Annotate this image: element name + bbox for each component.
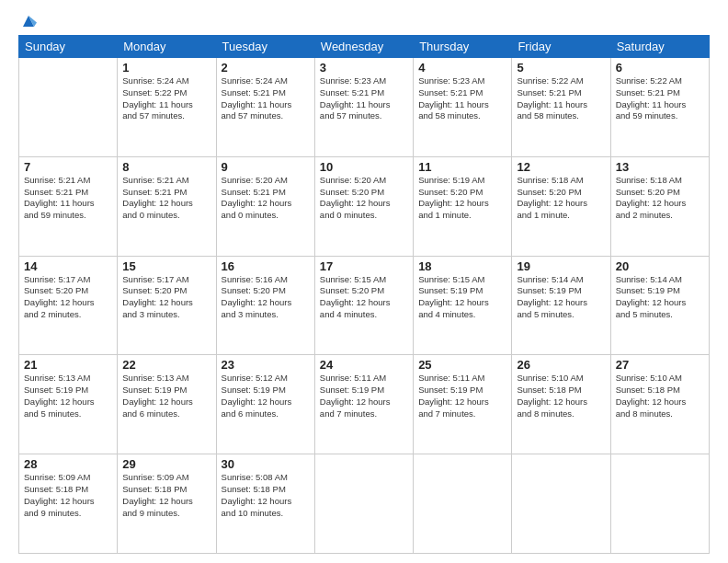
day-number: 9 <box>222 160 310 174</box>
day-number: 19 <box>517 259 605 273</box>
calendar-day-cell <box>610 454 709 554</box>
day-info: Sunrise: 5:20 AMSunset: 5:21 PMDaylight:… <box>222 175 310 222</box>
calendar-day-cell: 16Sunrise: 5:16 AMSunset: 5:20 PMDayligh… <box>216 256 314 355</box>
day-number: 21 <box>24 358 112 372</box>
calendar-day-cell: 11Sunrise: 5:19 AMSunset: 5:20 PMDayligh… <box>414 156 512 256</box>
day-info: Sunrise: 5:21 AMSunset: 5:21 PMDaylight:… <box>24 175 112 222</box>
calendar-day-cell: 22Sunrise: 5:13 AMSunset: 5:19 PMDayligh… <box>118 355 216 454</box>
day-number: 12 <box>517 160 605 174</box>
calendar-day-cell: 18Sunrise: 5:15 AMSunset: 5:19 PMDayligh… <box>414 256 512 355</box>
day-number: 28 <box>24 457 112 471</box>
day-info: Sunrise: 5:09 AMSunset: 5:18 PMDaylight:… <box>122 472 210 519</box>
calendar-week-row: 1Sunrise: 5:24 AMSunset: 5:22 PMDaylight… <box>19 58 710 157</box>
calendar-day-cell <box>314 454 413 554</box>
day-info: Sunrise: 5:19 AMSunset: 5:20 PMDaylight:… <box>418 175 506 222</box>
calendar-day-cell: 26Sunrise: 5:10 AMSunset: 5:18 PMDayligh… <box>512 355 610 454</box>
day-number: 20 <box>616 259 704 273</box>
day-number: 16 <box>222 259 310 273</box>
calendar-day-cell: 29Sunrise: 5:09 AMSunset: 5:18 PMDayligh… <box>118 454 216 554</box>
calendar-day-cell: 24Sunrise: 5:11 AMSunset: 5:19 PMDayligh… <box>314 355 413 454</box>
calendar-day-cell: 12Sunrise: 5:18 AMSunset: 5:20 PMDayligh… <box>512 156 610 256</box>
day-number: 4 <box>418 61 506 75</box>
day-info: Sunrise: 5:24 AMSunset: 5:22 PMDaylight:… <box>122 75 210 122</box>
calendar-day-cell: 30Sunrise: 5:08 AMSunset: 5:18 PMDayligh… <box>216 454 314 554</box>
calendar-week-row: 7Sunrise: 5:21 AMSunset: 5:21 PMDaylight… <box>19 156 710 256</box>
weekday-header-sunday: Sunday <box>19 36 118 58</box>
day-info: Sunrise: 5:14 AMSunset: 5:19 PMDaylight:… <box>517 274 605 321</box>
day-number: 10 <box>320 160 408 174</box>
day-number: 7 <box>24 160 112 174</box>
day-number: 14 <box>24 259 112 273</box>
page: SundayMondayTuesdayWednesdayThursdayFrid… <box>0 0 728 563</box>
day-info: Sunrise: 5:11 AMSunset: 5:19 PMDaylight:… <box>320 373 408 419</box>
calendar-day-cell <box>512 454 610 554</box>
calendar-week-row: 28Sunrise: 5:09 AMSunset: 5:18 PMDayligh… <box>19 454 710 554</box>
weekday-header-wednesday: Wednesday <box>314 36 413 58</box>
day-info: Sunrise: 5:15 AMSunset: 5:19 PMDaylight:… <box>418 274 506 321</box>
calendar-day-cell: 28Sunrise: 5:09 AMSunset: 5:18 PMDayligh… <box>19 454 118 554</box>
logo <box>18 15 37 28</box>
day-info: Sunrise: 5:13 AMSunset: 5:19 PMDaylight:… <box>24 373 112 419</box>
day-number: 2 <box>222 61 310 75</box>
day-info: Sunrise: 5:23 AMSunset: 5:21 PMDaylight:… <box>418 75 506 122</box>
calendar-day-cell: 8Sunrise: 5:21 AMSunset: 5:21 PMDaylight… <box>118 156 216 256</box>
day-number: 23 <box>222 358 310 372</box>
header <box>18 15 710 28</box>
day-number: 6 <box>616 61 704 75</box>
calendar-day-cell: 21Sunrise: 5:13 AMSunset: 5:19 PMDayligh… <box>19 355 118 454</box>
calendar-week-row: 14Sunrise: 5:17 AMSunset: 5:20 PMDayligh… <box>19 256 710 355</box>
calendar-day-cell: 19Sunrise: 5:14 AMSunset: 5:19 PMDayligh… <box>512 256 610 355</box>
day-info: Sunrise: 5:22 AMSunset: 5:21 PMDaylight:… <box>616 75 704 122</box>
calendar-day-cell: 15Sunrise: 5:17 AMSunset: 5:20 PMDayligh… <box>118 256 216 355</box>
day-number: 18 <box>418 259 506 273</box>
day-number: 17 <box>320 259 408 273</box>
day-info: Sunrise: 5:14 AMSunset: 5:19 PMDaylight:… <box>616 274 704 321</box>
day-info: Sunrise: 5:10 AMSunset: 5:18 PMDaylight:… <box>616 373 704 419</box>
calendar-day-cell: 7Sunrise: 5:21 AMSunset: 5:21 PMDaylight… <box>19 156 118 256</box>
day-info: Sunrise: 5:12 AMSunset: 5:19 PMDaylight:… <box>222 373 310 419</box>
day-info: Sunrise: 5:22 AMSunset: 5:21 PMDaylight:… <box>517 75 605 122</box>
calendar-day-cell: 1Sunrise: 5:24 AMSunset: 5:22 PMDaylight… <box>118 58 216 157</box>
day-info: Sunrise: 5:17 AMSunset: 5:20 PMDaylight:… <box>24 274 112 321</box>
day-number: 5 <box>517 61 605 75</box>
day-info: Sunrise: 5:18 AMSunset: 5:20 PMDaylight:… <box>517 175 605 222</box>
calendar-day-cell: 9Sunrise: 5:20 AMSunset: 5:21 PMDaylight… <box>216 156 314 256</box>
weekday-header-monday: Monday <box>118 36 216 58</box>
day-number: 25 <box>418 358 506 372</box>
calendar-day-cell: 10Sunrise: 5:20 AMSunset: 5:20 PMDayligh… <box>314 156 413 256</box>
calendar-day-cell: 4Sunrise: 5:23 AMSunset: 5:21 PMDaylight… <box>414 58 512 157</box>
day-info: Sunrise: 5:15 AMSunset: 5:20 PMDaylight:… <box>320 274 408 321</box>
day-number: 29 <box>122 457 210 471</box>
day-info: Sunrise: 5:17 AMSunset: 5:20 PMDaylight:… <box>122 274 210 321</box>
day-info: Sunrise: 5:21 AMSunset: 5:21 PMDaylight:… <box>122 175 210 222</box>
day-number: 22 <box>122 358 210 372</box>
day-number: 11 <box>418 160 506 174</box>
day-info: Sunrise: 5:11 AMSunset: 5:19 PMDaylight:… <box>418 373 506 419</box>
calendar-day-cell: 3Sunrise: 5:23 AMSunset: 5:21 PMDaylight… <box>314 58 413 157</box>
calendar-day-cell: 27Sunrise: 5:10 AMSunset: 5:18 PMDayligh… <box>610 355 709 454</box>
calendar-table: SundayMondayTuesdayWednesdayThursdayFrid… <box>18 35 710 554</box>
day-info: Sunrise: 5:24 AMSunset: 5:21 PMDaylight:… <box>222 75 310 122</box>
day-number: 15 <box>122 259 210 273</box>
day-info: Sunrise: 5:10 AMSunset: 5:18 PMDaylight:… <box>517 373 605 419</box>
calendar-day-cell <box>414 454 512 554</box>
calendar-day-cell: 5Sunrise: 5:22 AMSunset: 5:21 PMDaylight… <box>512 58 610 157</box>
day-info: Sunrise: 5:20 AMSunset: 5:20 PMDaylight:… <box>320 175 408 222</box>
day-number: 26 <box>517 358 605 372</box>
logo-icon <box>20 13 37 29</box>
day-number: 8 <box>122 160 210 174</box>
calendar-day-cell: 20Sunrise: 5:14 AMSunset: 5:19 PMDayligh… <box>610 256 709 355</box>
day-number: 30 <box>222 457 310 471</box>
day-info: Sunrise: 5:13 AMSunset: 5:19 PMDaylight:… <box>122 373 210 419</box>
day-number: 1 <box>122 61 210 75</box>
day-info: Sunrise: 5:23 AMSunset: 5:21 PMDaylight:… <box>320 75 408 122</box>
day-number: 27 <box>616 358 704 372</box>
calendar-day-cell: 14Sunrise: 5:17 AMSunset: 5:20 PMDayligh… <box>19 256 118 355</box>
day-number: 3 <box>320 61 408 75</box>
weekday-header-tuesday: Tuesday <box>216 36 314 58</box>
day-info: Sunrise: 5:18 AMSunset: 5:20 PMDaylight:… <box>616 175 704 222</box>
weekday-header-friday: Friday <box>512 36 610 58</box>
day-number: 24 <box>320 358 408 372</box>
calendar-week-row: 21Sunrise: 5:13 AMSunset: 5:19 PMDayligh… <box>19 355 710 454</box>
calendar-day-cell: 2Sunrise: 5:24 AMSunset: 5:21 PMDaylight… <box>216 58 314 157</box>
